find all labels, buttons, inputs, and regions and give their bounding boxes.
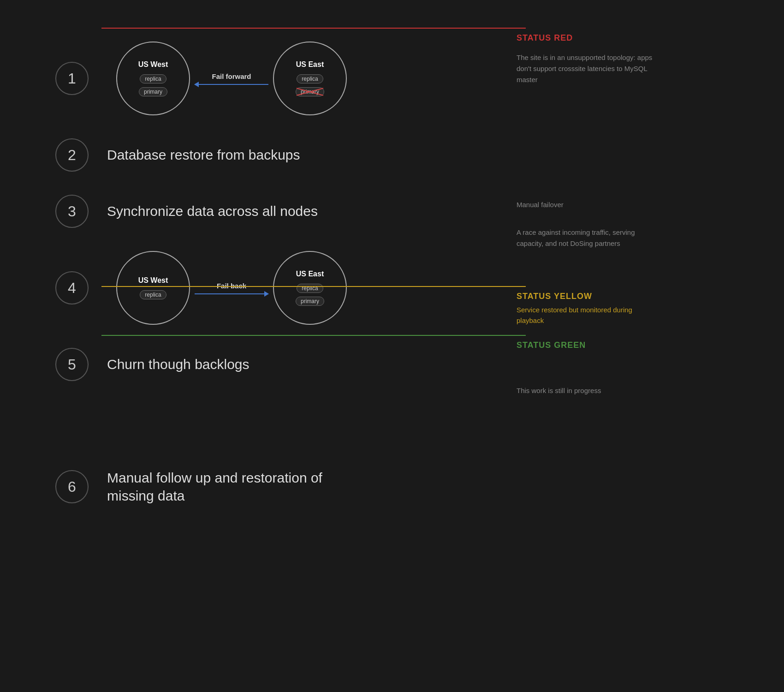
status-yellow-description: Service restored but monitored during pl… (517, 305, 655, 326)
status-yellow-label: STATUS YELLOW (517, 292, 655, 301)
us-east-primary-badge-4: primary (296, 297, 324, 306)
status-green-section: STATUS GREEN (517, 335, 655, 350)
us-west-node-1: US West replica primary (116, 42, 190, 115)
us-west-label-1: US West (138, 60, 168, 69)
step-5-label: Churn though backlogs (107, 357, 249, 372)
fail-forward-arrow (195, 84, 268, 85)
step-1-row: 1 US West replica primary Fail forward (55, 42, 470, 115)
status-yellow-section: STATUS YELLOW Service restored but monit… (517, 286, 655, 326)
step-1-arrow-area: Fail forward (190, 72, 273, 85)
step-4-number: 4 (55, 271, 89, 304)
left-panel: 1 US West replica primary Fail forward (0, 0, 507, 692)
step-6-number: 6 (55, 470, 89, 503)
us-east-replica-badge-4: replica (297, 284, 323, 293)
step-2-number: 2 (55, 138, 89, 172)
status-red-line (101, 28, 526, 29)
us-east-label-4: US East (296, 270, 324, 278)
fail-back-arrow (195, 293, 268, 294)
in-progress-note: This work is still in progress (517, 385, 655, 396)
manual-failover-note: Manual failover (517, 201, 655, 209)
us-west-label-4: US West (138, 276, 168, 285)
us-east-primary-crossed-wrapper: primary (296, 87, 324, 96)
us-east-replica-badge-1: replica (297, 74, 323, 84)
step-1-diagram: US West replica primary Fail forward US … (116, 42, 347, 115)
step-6-row: 6 Manual follow up and restoration of mi… (55, 469, 470, 505)
us-west-primary-badge-1: primary (139, 87, 167, 96)
status-red-description: The site is in an unsupported topology: … (517, 52, 655, 85)
step-2-label: Database restore from backups (107, 147, 300, 163)
step-2-row: 2 Database restore from backups (55, 138, 470, 172)
status-spacer (55, 404, 470, 459)
status-green-line (101, 335, 526, 336)
step-4-diagram: US West replica Fail back US East replic… (116, 251, 347, 325)
right-spacer-2 (517, 358, 655, 385)
step-5-row: 5 Churn though backlogs (55, 348, 470, 381)
us-east-node-1: US East replica primary (273, 42, 347, 115)
right-panel: STATUS RED The site is in an unsupported… (507, 0, 673, 692)
step-3-label: Synchronize data across all nodes (107, 203, 318, 219)
step-3-number: 3 (55, 195, 89, 228)
fail-forward-label: Fail forward (212, 72, 251, 80)
step-5-number: 5 (55, 348, 89, 381)
step-4-row: 4 US West replica Fail back US Ea (55, 251, 470, 325)
step-4-arrow-area: Fail back (190, 282, 273, 294)
fail-back-label: Fail back (217, 282, 246, 290)
status-red-section: STATUS RED The site is in an unsupported… (517, 28, 655, 85)
main-container: 1 US West replica primary Fail forward (0, 0, 784, 692)
us-west-replica-badge-1: replica (140, 74, 166, 84)
right-spacer-1 (517, 104, 655, 196)
race-note: A race against incoming traffic, serving… (517, 227, 655, 249)
step-6-label: Manual follow up and restoration of miss… (107, 469, 338, 505)
us-east-label-1: US East (296, 60, 324, 69)
us-west-replica-badge-4: replica (140, 290, 166, 299)
step-3-row: 3 Synchronize data across all nodes (55, 195, 470, 228)
status-green-label: STATUS GREEN (517, 340, 655, 350)
status-red-label: STATUS RED (517, 33, 655, 43)
steps-section: 1 US West replica primary Fail forward (55, 28, 470, 505)
status-yellow-line (101, 286, 526, 287)
us-west-node-4: US West replica (116, 251, 190, 325)
us-east-node-4: US East replica primary (273, 251, 347, 325)
us-east-primary-crossed: primary (296, 87, 324, 96)
step-1-number: 1 (55, 62, 89, 95)
